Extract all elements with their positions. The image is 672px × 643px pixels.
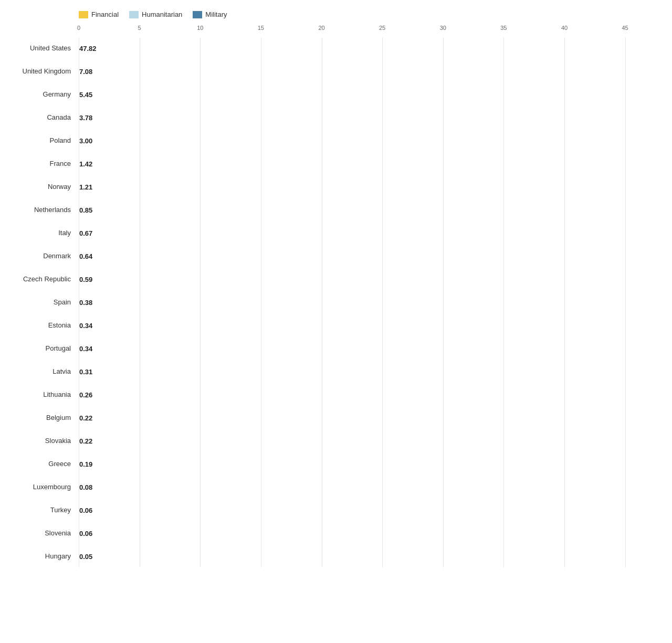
axis-tick-0: 0 <box>77 25 80 31</box>
country-label: Italy <box>10 229 76 237</box>
country-label: Estonia <box>10 321 76 330</box>
bar-container: 0.06 <box>76 502 662 518</box>
axis-labels: 051015202530354045 <box>79 25 662 35</box>
bar-row: Hungary0.05 <box>10 545 662 567</box>
country-label: Canada <box>10 113 76 122</box>
bar-container: 0.06 <box>76 525 662 541</box>
bar-row: Norway1.21 <box>10 176 662 198</box>
bar-container: 0.34 <box>76 318 662 333</box>
country-label: France <box>10 160 76 168</box>
country-label: Norway <box>10 183 76 191</box>
bar-value: 0.06 <box>79 507 92 514</box>
bar-container: 1.21 <box>76 179 662 195</box>
bar-value: 0.08 <box>79 483 92 491</box>
bar-container: 0.38 <box>76 294 662 310</box>
country-label: Czech Republic <box>10 275 76 283</box>
legend-item-military: Military <box>193 10 227 18</box>
axis-tick-30: 30 <box>440 25 446 31</box>
legend-label-financial: Financial <box>91 10 119 18</box>
bar-container: 3.00 <box>76 133 662 149</box>
bar-row: Portugal0.34 <box>10 338 662 360</box>
axis-tick-20: 20 <box>318 25 324 31</box>
country-label: Hungary <box>10 552 76 561</box>
bar-value: 0.26 <box>79 391 92 399</box>
legend-item-financial: Financial <box>79 10 119 18</box>
country-label: Luxembourg <box>10 483 76 491</box>
bar-value: 1.42 <box>79 160 92 168</box>
country-label: Germany <box>10 90 76 99</box>
legend: Financial Humanitarian Military <box>79 10 662 18</box>
bar-value: 47.82 <box>79 45 97 52</box>
bar-container: 0.34 <box>76 341 662 356</box>
bar-value: 0.22 <box>79 437 92 445</box>
bar-row: Germany5.45 <box>10 83 662 106</box>
bar-container: 0.08 <box>76 479 662 495</box>
bar-value: 0.19 <box>79 460 92 468</box>
axis-tick-15: 15 <box>258 25 264 31</box>
bar-value: 0.34 <box>79 345 92 353</box>
bar-row: Canada3.78 <box>10 107 662 129</box>
bar-container: 7.08 <box>76 64 662 79</box>
axis-tick-10: 10 <box>197 25 203 31</box>
bar-row: Luxembourg0.08 <box>10 476 662 498</box>
country-label: Turkey <box>10 506 76 514</box>
country-label: Lithuania <box>10 391 76 399</box>
country-label: Poland <box>10 136 76 145</box>
bar-container: 0.22 <box>76 433 662 449</box>
bar-container: 47.82 <box>76 40 662 56</box>
country-label: Slovenia <box>10 529 76 537</box>
bar-row: Greece0.19 <box>10 453 662 475</box>
bar-container: 0.59 <box>76 271 662 287</box>
country-label: Denmark <box>10 252 76 260</box>
bar-container: 0.64 <box>76 248 662 264</box>
legend-swatch-financial <box>79 11 88 18</box>
country-label: Belgium <box>10 414 76 422</box>
country-label: Greece <box>10 460 76 468</box>
legend-item-humanitarian: Humanitarian <box>129 10 182 18</box>
bar-container: 0.67 <box>76 225 662 241</box>
bar-row: France1.42 <box>10 153 662 175</box>
country-label: Latvia <box>10 367 76 376</box>
bar-row: Belgium0.22 <box>10 407 662 429</box>
bar-value: 0.64 <box>79 252 92 260</box>
bar-row: Turkey0.06 <box>10 499 662 521</box>
bar-value: 0.31 <box>79 368 92 376</box>
bar-container: 0.85 <box>76 202 662 218</box>
bar-row: Czech Republic0.59 <box>10 268 662 290</box>
axis-tick-40: 40 <box>561 25 568 31</box>
bar-value: 1.21 <box>79 183 92 191</box>
bar-container: 1.42 <box>76 156 662 172</box>
country-label: Slovakia <box>10 437 76 445</box>
bar-row: Slovakia0.22 <box>10 430 662 452</box>
bar-row: Poland3.00 <box>10 130 662 152</box>
legend-swatch-humanitarian <box>129 11 139 18</box>
country-label: United Kingdom <box>10 67 76 76</box>
bar-value: 3.78 <box>79 114 92 122</box>
bar-row: United States47.82 <box>10 37 662 59</box>
axis-row: 051015202530354045 <box>79 25 662 35</box>
bar-row: Latvia0.31 <box>10 361 662 383</box>
bar-container: 0.26 <box>76 387 662 403</box>
bar-row: Estonia0.34 <box>10 314 662 336</box>
country-label: United States <box>10 44 76 52</box>
bar-container: 0.22 <box>76 410 662 426</box>
bar-row: Slovenia0.06 <box>10 522 662 544</box>
bar-value: 0.38 <box>79 299 92 307</box>
country-label: Netherlands <box>10 206 76 214</box>
legend-swatch-military <box>193 11 202 18</box>
legend-label-military: Military <box>205 10 227 18</box>
bar-value: 0.05 <box>79 553 92 561</box>
country-label: Spain <box>10 298 76 307</box>
bar-value: 0.59 <box>79 276 92 283</box>
rows-area: United States47.82United Kingdom7.08Germ… <box>10 37 662 567</box>
bar-value: 5.45 <box>79 91 92 99</box>
bar-container: 0.05 <box>76 549 662 564</box>
bar-value: 3.00 <box>79 137 92 145</box>
bar-value: 0.06 <box>79 530 92 537</box>
bar-container: 0.19 <box>76 456 662 472</box>
country-label: Portugal <box>10 344 76 353</box>
bar-row: Netherlands0.85 <box>10 199 662 221</box>
axis-tick-45: 45 <box>622 25 628 31</box>
axis-tick-25: 25 <box>379 25 385 31</box>
bar-value: 0.85 <box>79 206 92 214</box>
